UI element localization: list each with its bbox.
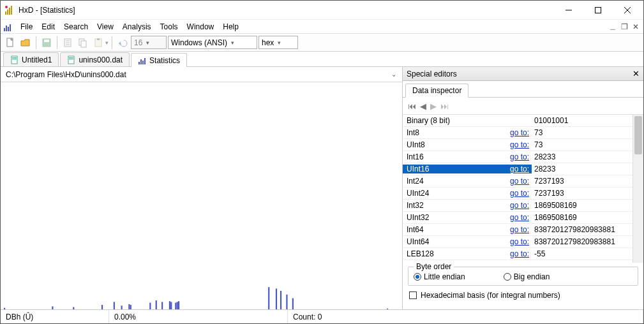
tab-data-inspector[interactable]: Data inspector [405, 84, 468, 98]
table-row[interactable]: Int64go to:8387201279820983881 [403, 224, 633, 236]
goto-link[interactable]: go to: [510, 213, 529, 222]
goto-link[interactable]: go to: [510, 140, 529, 149]
goto-link[interactable]: go to: [510, 225, 529, 234]
menu-analysis[interactable]: Analysis [118, 21, 156, 33]
open-file-button[interactable] [19, 36, 33, 50]
value-cell[interactable]: 7237193 [532, 177, 633, 186]
tab-unins000[interactable]: unins000.dat [60, 52, 130, 66]
goto-link[interactable]: go to: [510, 152, 529, 161]
close-panel-button[interactable]: ✕ [633, 69, 640, 78]
goto-cell[interactable]: go to: [505, 189, 532, 198]
table-row[interactable]: Int32go to:1869508169 [403, 200, 633, 212]
tab-untitled1[interactable]: Untitled1 [3, 52, 59, 66]
goto-cell[interactable]: go to: [505, 177, 532, 186]
cut-button[interactable] [61, 36, 75, 50]
table-row[interactable]: Int8go to:73 [403, 127, 633, 139]
goto-cell[interactable]: go to: [505, 213, 532, 222]
menu-edit[interactable]: Edit [37, 21, 59, 33]
radio-big-endian[interactable]: Big endian [504, 272, 550, 281]
menu-view[interactable]: View [93, 21, 118, 33]
close-button[interactable] [613, 1, 642, 20]
maximize-button[interactable] [583, 1, 613, 20]
goto-cell[interactable]: go to: [505, 201, 532, 210]
value-cell[interactable]: 8387201279820983881 [532, 225, 633, 234]
mdi-close-icon[interactable]: ✕ [631, 22, 641, 32]
undo-button[interactable] [116, 36, 130, 50]
bytes-per-row-combo[interactable]: 16▾ [131, 36, 167, 49]
value-cell[interactable]: 73 [532, 140, 633, 149]
nav-last-icon[interactable]: ⏭ [440, 101, 449, 111]
table-row[interactable]: UInt16go to:28233 [403, 163, 633, 175]
value-cell[interactable]: 1869508169 [532, 201, 633, 210]
minimize-button[interactable] [554, 1, 583, 20]
table-row[interactable]: Int16go to:28233 [403, 151, 633, 163]
statistics-pane: ⌄ [1, 67, 403, 309]
nav-first-icon[interactable]: ⏮ [408, 101, 416, 111]
nav-next-icon[interactable]: ▶ [430, 101, 437, 111]
value-cell[interactable]: 28233 [532, 152, 633, 161]
value-cell[interactable]: 8387201279820983881 [532, 237, 633, 246]
goto-cell[interactable]: go to: [505, 261, 532, 263]
menu-help[interactable]: Help [218, 21, 243, 33]
goto-cell[interactable]: go to: [505, 225, 532, 234]
goto-link[interactable]: go to: [510, 261, 529, 263]
paste-button[interactable] [91, 36, 105, 50]
separator [57, 36, 57, 49]
goto-link[interactable]: go to: [510, 201, 529, 210]
menu-window[interactable]: Window [183, 21, 219, 33]
value-cell[interactable]: 01001001 [532, 116, 633, 125]
table-row[interactable]: LEB128go to:-55 [403, 248, 633, 260]
table-row[interactable]: UInt64go to:8387201279820983881 [403, 236, 633, 248]
save-button[interactable] [40, 36, 54, 50]
chevron-down-icon: ▾ [231, 40, 234, 46]
value-cell[interactable]: -55 [532, 249, 633, 258]
goto-cell[interactable]: go to: [505, 165, 532, 173]
table-row[interactable]: Int24go to:7237193 [403, 175, 633, 188]
goto-link[interactable]: go to: [510, 177, 529, 186]
svg-rect-47 [169, 301, 170, 309]
goto-link[interactable]: go to: [510, 249, 529, 258]
menu-tools[interactable]: Tools [156, 21, 183, 33]
value-cell[interactable]: 7237193 [532, 189, 633, 198]
goto-cell[interactable]: go to: [505, 237, 532, 246]
main-content: ⌄ Special editors ✕ Data inspector ⏮ ◀ ▶… [1, 67, 643, 309]
value-cell[interactable]: 28233 [532, 165, 633, 173]
goto-link[interactable]: go to: [510, 237, 529, 246]
checkbox-hex-basis[interactable]: Hexadecimal basis (for integral numbers) [409, 291, 637, 300]
menu-file[interactable]: File [16, 21, 37, 33]
table-row[interactable]: Binary (8 bit)01001001 [403, 115, 633, 127]
histogram-area[interactable] [1, 82, 402, 309]
goto-cell[interactable]: go to: [505, 152, 532, 161]
path-input[interactable] [3, 69, 388, 80]
type-cell: Int64 [403, 225, 505, 234]
goto-cell[interactable]: go to: [505, 128, 532, 137]
type-cell: Binary (8 bit) [403, 116, 505, 125]
value-cell[interactable]: 73 [532, 261, 633, 263]
menu-search[interactable]: Search [59, 21, 93, 33]
number-base-combo[interactable]: hex▾ [258, 36, 298, 49]
value-cell[interactable]: 1869508169 [532, 213, 633, 222]
value-cell[interactable]: 73 [532, 128, 633, 137]
svg-rect-53 [276, 289, 277, 309]
nav-prev-icon[interactable]: ◀ [420, 101, 426, 111]
new-file-button[interactable] [3, 36, 17, 50]
type-cell: UInt16 [403, 165, 505, 173]
scrollbar[interactable] [633, 115, 643, 263]
table-row[interactable]: UInt32go to:1869508169 [403, 212, 633, 224]
goto-cell[interactable]: go to: [505, 140, 532, 149]
copy-button[interactable] [76, 36, 90, 50]
goto-link[interactable]: go to: [510, 128, 529, 137]
mdi-minimize-icon[interactable]: ＿ [608, 22, 618, 32]
table-row[interactable]: UInt24go to:7237193 [403, 188, 633, 200]
goto-cell[interactable]: go to: [505, 249, 532, 258]
mdi-restore-icon[interactable]: ❐ [619, 22, 629, 32]
tab-statistics[interactable]: Statistics [131, 53, 187, 67]
dropdown-arrow-icon[interactable]: ▾ [105, 40, 109, 46]
goto-link[interactable]: go to: [510, 189, 529, 198]
table-row[interactable]: UInt8go to:73 [403, 139, 633, 151]
radio-little-endian[interactable]: Little endian [414, 272, 465, 281]
chevron-down-icon[interactable]: ⌄ [388, 71, 400, 78]
type-cell: Int32 [403, 201, 505, 210]
goto-link[interactable]: go to: [510, 165, 529, 173]
encoding-combo[interactable]: Windows (ANSI)▾ [168, 36, 257, 49]
